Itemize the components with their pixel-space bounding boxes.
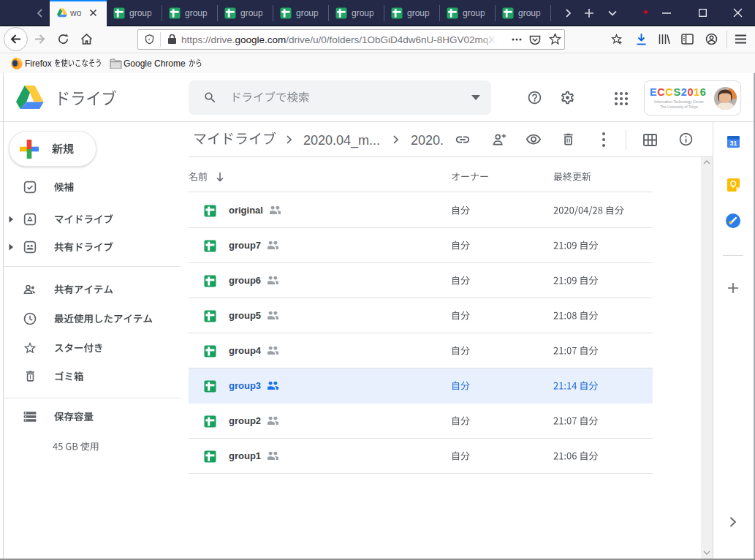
svg-text:31: 31 xyxy=(729,140,737,147)
